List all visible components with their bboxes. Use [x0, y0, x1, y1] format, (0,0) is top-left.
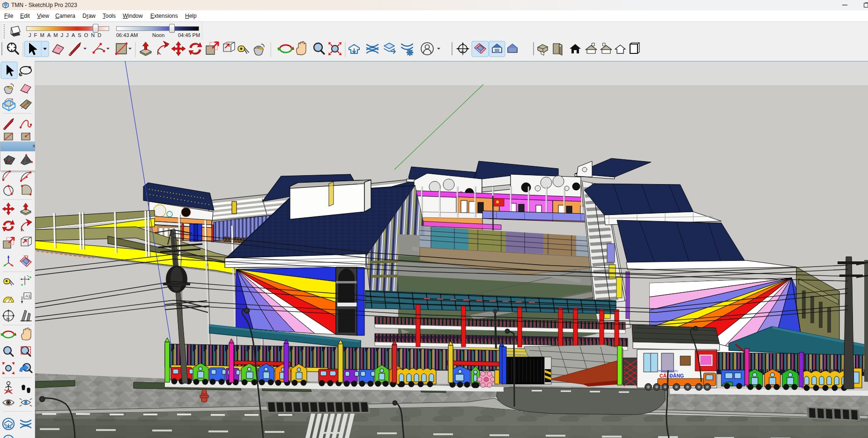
svg-text:4b: 4b: [461, 50, 464, 53]
svg-text:CÁI ĐẰNG: CÁI ĐẰNG: [660, 373, 684, 379]
svg-text:4b: 4b: [6, 317, 10, 320]
svg-text:A1: A1: [25, 294, 30, 298]
